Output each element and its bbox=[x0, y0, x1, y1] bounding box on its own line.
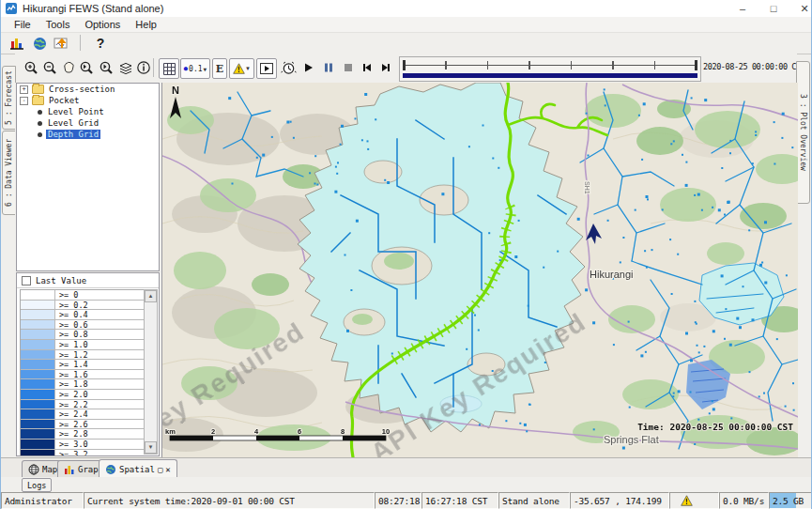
tree-expander-icon[interactable]: - bbox=[20, 97, 28, 105]
legend-row[interactable]: >= 1.4 bbox=[21, 360, 145, 370]
timeline-end-handle[interactable] bbox=[695, 60, 697, 70]
tab-maximize-icon[interactable]: ▢ bbox=[158, 465, 162, 474]
title-bar: Hikurangi FEWS (Stand alone) – □ ✕ bbox=[1, 0, 811, 18]
status-user: Administrator bbox=[1, 492, 84, 509]
map-canvas[interactable]: API Key Required API Key Required Hikura… bbox=[161, 83, 798, 457]
legend-color-swatch bbox=[21, 409, 55, 419]
window-title: Hikurangi FEWS (Stand alone) bbox=[23, 3, 163, 14]
legend-row[interactable]: >= 0 bbox=[21, 290, 145, 301]
legend-scrollbar[interactable]: ▲ ▼ bbox=[144, 289, 158, 455]
road-label: SH1 bbox=[584, 181, 590, 194]
tree-expander-icon[interactable]: + bbox=[20, 85, 28, 94]
minimize-button[interactable]: – bbox=[728, 0, 757, 17]
bottom-tab-bar: Map Graph Spatial ▢ ✕ bbox=[1, 457, 811, 478]
scalebar-unit: km bbox=[165, 427, 176, 436]
play-button[interactable] bbox=[299, 58, 318, 77]
menu-file[interactable]: File bbox=[7, 19, 38, 30]
bar-chart-icon bbox=[64, 464, 75, 475]
menu-tools[interactable]: Tools bbox=[38, 19, 78, 30]
maximize-button[interactable]: □ bbox=[759, 0, 788, 17]
zoom-next-icon[interactable] bbox=[97, 58, 115, 77]
scroll-down-icon[interactable]: ▼ bbox=[145, 441, 157, 454]
legend-row[interactable]: >= 2.8 bbox=[21, 429, 145, 440]
logs-button[interactable]: Logs bbox=[22, 478, 52, 492]
legend-row[interactable]: >= 2.6 bbox=[21, 420, 145, 430]
tree-item-pocket[interactable]: -Pocket bbox=[17, 95, 159, 106]
menu-help[interactable]: Help bbox=[128, 19, 164, 30]
tree-item-label: Level Point bbox=[46, 107, 106, 116]
leaf-bullet-icon bbox=[38, 110, 42, 115]
timestep-clock-icon[interactable] bbox=[279, 58, 298, 77]
legend-row[interactable]: >= 0.6 bbox=[21, 320, 145, 331]
legend-row[interactable]: >= 3.2 bbox=[21, 450, 145, 457]
app-window: Hikurangi FEWS (Stand alone) – □ ✕ FileT… bbox=[0, 0, 812, 509]
legend-row-label: >= 1.0 bbox=[55, 340, 145, 349]
legend-row[interactable]: >= 1.0 bbox=[21, 340, 145, 350]
logs-row: Logs bbox=[1, 477, 811, 492]
map-toolbar: ●0.1▼ E ▼ bbox=[15, 54, 797, 84]
info-icon[interactable] bbox=[134, 58, 153, 77]
legend-row[interactable]: >= 1.6 bbox=[21, 370, 145, 380]
animation-movie-button[interactable] bbox=[256, 58, 277, 79]
legend-row-label: >= 1.4 bbox=[55, 360, 145, 369]
timeline-start-handle[interactable] bbox=[403, 60, 406, 70]
pan-hand-icon[interactable] bbox=[59, 58, 78, 77]
layers-icon[interactable] bbox=[116, 58, 135, 77]
legend-row[interactable]: >= 1.8 bbox=[21, 379, 145, 390]
tree-item-level-grid[interactable]: Level Grid bbox=[17, 117, 159, 129]
legend-row[interactable]: >= 1.2 bbox=[21, 350, 145, 361]
svg-text:10: 10 bbox=[382, 427, 390, 436]
zoom-previous-icon[interactable] bbox=[77, 58, 96, 77]
tree-item-depth-grid[interactable]: Depth Grid bbox=[17, 129, 159, 140]
status-bar: AdministratorCurrent system time:2020-09… bbox=[1, 492, 811, 509]
north-label: N bbox=[172, 85, 179, 96]
help-button[interactable]: ? bbox=[91, 34, 110, 53]
tree-item-cross-section[interactable]: +Cross-section bbox=[17, 84, 159, 95]
contour-interval-dropdown[interactable]: ●0.1▼ bbox=[180, 58, 210, 79]
legend-row-label: >= 2.8 bbox=[55, 429, 145, 439]
globe-icon[interactable] bbox=[30, 34, 49, 53]
legend-row[interactable]: >= 2.0 bbox=[21, 390, 145, 400]
tab-plot-overview[interactable]: 3 : Plot Overview bbox=[796, 61, 810, 204]
tab-forecast[interactable]: 5 : Forecast bbox=[2, 66, 16, 130]
step-back-button[interactable] bbox=[358, 58, 376, 77]
menu-options[interactable]: Options bbox=[77, 19, 128, 30]
status-mode: Stand alone bbox=[498, 492, 570, 509]
legend-row-label: >= 3.2 bbox=[55, 450, 145, 457]
legend-row[interactable]: >= 0.4 bbox=[21, 310, 145, 320]
legend-row[interactable]: >= 2.4 bbox=[21, 409, 145, 420]
legend-row[interactable]: >= 3.0 bbox=[21, 440, 145, 450]
current-datetime: 2020-08-25 00:00:00 CST bbox=[703, 62, 799, 71]
wireframe-globe-icon bbox=[28, 464, 39, 475]
timeseries-icon[interactable] bbox=[53, 34, 71, 53]
status-memory: 2.5 GB bbox=[769, 492, 812, 509]
zoom-out-icon[interactable] bbox=[40, 58, 59, 77]
database-chart-icon[interactable] bbox=[8, 34, 26, 53]
folder-icon bbox=[32, 85, 44, 94]
tab-spatial-label: Spatial bbox=[119, 465, 155, 474]
label-display-button[interactable]: E bbox=[212, 58, 227, 79]
step-forward-button[interactable] bbox=[376, 58, 395, 77]
timeline-slider[interactable] bbox=[399, 56, 701, 82]
scroll-up-icon[interactable]: ▲ bbox=[145, 290, 157, 302]
pause-button[interactable] bbox=[319, 58, 338, 77]
layer-tree: +Cross-section-PocketLevel PointLevel Gr… bbox=[16, 83, 160, 271]
legend-color-swatch bbox=[21, 440, 55, 449]
tab-close-icon[interactable]: ✕ bbox=[165, 465, 170, 474]
leaf-bullet-icon bbox=[38, 132, 42, 137]
stop-button[interactable] bbox=[339, 58, 358, 77]
grid-display-button[interactable] bbox=[159, 58, 179, 79]
legend-color-swatch bbox=[21, 350, 55, 360]
legend-row[interactable]: >= 0.8 bbox=[21, 330, 145, 340]
tab-data-viewer[interactable]: 6 : Data Viewer bbox=[2, 131, 16, 215]
legend-row[interactable]: >= 0.2 bbox=[21, 301, 145, 311]
zoom-in-icon[interactable] bbox=[22, 58, 40, 77]
status-bandwidth: 0.0 MB/s bbox=[719, 492, 769, 509]
left-panel: +Cross-section-PocketLevel PointLevel Gr… bbox=[15, 83, 161, 457]
last-value-checkbox[interactable] bbox=[22, 276, 31, 285]
warning-dropdown[interactable]: ▼ bbox=[229, 58, 254, 79]
close-button[interactable]: ✕ bbox=[790, 0, 812, 17]
legend-row[interactable]: >= 2.2 bbox=[21, 400, 145, 410]
tab-spatial[interactable]: Spatial ▢ ✕ bbox=[99, 459, 177, 478]
tree-item-level-point[interactable]: Level Point bbox=[17, 106, 159, 117]
